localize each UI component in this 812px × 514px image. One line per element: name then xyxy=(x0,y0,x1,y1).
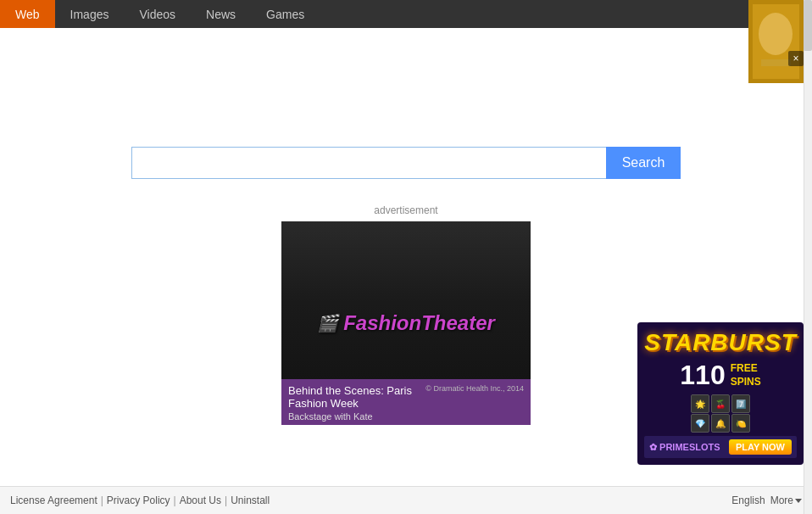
ad-close-button[interactable]: × xyxy=(788,51,804,66)
slot-item: 🍋 xyxy=(731,414,750,433)
spins-text: FREESPINS xyxy=(731,362,761,388)
footer-language: English xyxy=(731,494,765,506)
slot-item: 💎 xyxy=(691,414,709,433)
play-now-button[interactable]: PLAY NOW xyxy=(729,439,792,455)
spins-number: 110 xyxy=(680,360,725,391)
slot-column-2: 🍒 🔔 xyxy=(711,394,730,433)
footer-sep-3: | xyxy=(225,494,227,506)
search-button[interactable]: Search xyxy=(606,147,681,179)
video-advertisement[interactable]: 🎬 FashionTheater © Dramatic Health Inc.,… xyxy=(281,221,531,425)
footer-sep-2: | xyxy=(174,494,176,506)
nav-item-videos[interactable]: Videos xyxy=(124,0,191,28)
top-navigation: Web Images Videos News Games xyxy=(0,0,812,28)
nav-item-images[interactable]: Images xyxy=(55,0,125,28)
footer-more-button[interactable]: More xyxy=(770,494,802,506)
slot-column-3: 7️⃣ 🍋 xyxy=(731,394,750,433)
footer-link-about[interactable]: About Us xyxy=(180,494,221,506)
footer-link-uninstall[interactable]: Uninstall xyxy=(231,494,270,506)
starburst-advertisement[interactable]: STARBURST 110 FREESPINS 🌟 💎 🍒 🔔 7️⃣ 🍋 ✿ … xyxy=(637,322,804,465)
fashion-theater-label: 🎬 FashionTheater xyxy=(317,311,495,335)
slot-item: 🔔 xyxy=(711,414,730,433)
slots-icons: 🌟 💎 🍒 🔔 7️⃣ 🍋 xyxy=(691,394,750,433)
top-right-ad xyxy=(748,0,804,83)
video-copyright: © Dramatic Health Inc., 2014 xyxy=(425,384,524,393)
nav-item-web[interactable]: Web xyxy=(0,0,55,28)
slot-column-1: 🌟 💎 xyxy=(691,394,709,433)
slot-item: 7️⃣ xyxy=(731,394,750,413)
video-subtitle: Backstage with Kate xyxy=(288,411,524,422)
ad-banner-image[interactable] xyxy=(748,0,804,83)
footer-sep-1: | xyxy=(101,494,103,506)
scrollbar[interactable] xyxy=(804,0,812,514)
footer: License Agreement | Privacy Policy | Abo… xyxy=(0,486,812,514)
advertisement-label: advertisement xyxy=(374,204,437,216)
search-container: Search xyxy=(131,147,681,179)
search-input[interactable] xyxy=(131,147,606,179)
footer-right: English More xyxy=(731,494,802,506)
chevron-down-icon xyxy=(795,499,802,503)
slot-item: 🌟 xyxy=(691,394,709,413)
footer-link-license[interactable]: License Agreement xyxy=(10,494,97,506)
primeslots-bar: ✿ PRIMESLOTS PLAY NOW xyxy=(644,436,797,458)
footer-links: License Agreement | Privacy Policy | Abo… xyxy=(10,494,270,506)
video-overlay-title: © Dramatic Health Inc., 2014 Behind the … xyxy=(281,379,531,425)
nav-item-games[interactable]: Games xyxy=(251,0,320,28)
footer-link-privacy[interactable]: Privacy Policy xyxy=(107,494,170,506)
scrollbar-thumb[interactable] xyxy=(804,0,812,51)
slot-item: 🍒 xyxy=(711,394,730,413)
primeslots-brand: ✿ PRIMESLOTS xyxy=(649,442,720,453)
svg-point-2 xyxy=(759,13,793,55)
nav-item-news[interactable]: News xyxy=(191,0,251,28)
film-icon: 🎬 xyxy=(317,313,338,333)
svg-rect-3 xyxy=(761,59,791,66)
video-background: 🎬 FashionTheater © Dramatic Health Inc.,… xyxy=(281,221,531,425)
free-spins-area: 110 FREESPINS xyxy=(680,360,760,391)
starburst-title: STARBURST xyxy=(644,329,797,356)
